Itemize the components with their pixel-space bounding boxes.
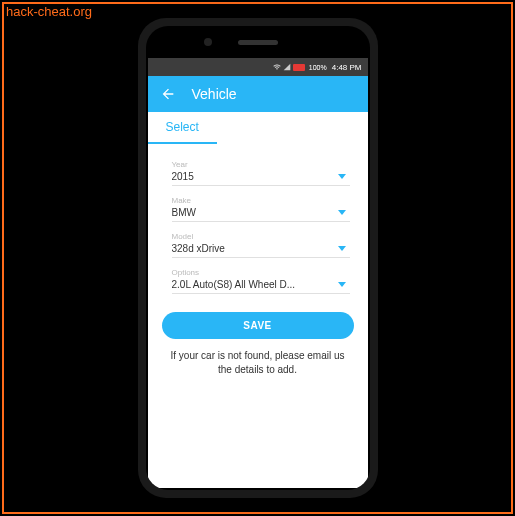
battery-percent: 100% bbox=[309, 64, 327, 71]
tab-select[interactable]: Select bbox=[148, 112, 217, 144]
phone-screen: 100% 4:48 PM Vehicle Select Year bbox=[148, 58, 368, 488]
model-value: 328d xDrive bbox=[172, 243, 338, 254]
back-arrow-icon[interactable] bbox=[160, 86, 176, 102]
battery-icon bbox=[293, 64, 305, 71]
page-title: Vehicle bbox=[192, 86, 237, 102]
dropdown-icon bbox=[338, 282, 346, 287]
status-icons: 100% 4:48 PM bbox=[273, 63, 362, 72]
make-field[interactable]: Make BMW bbox=[172, 196, 350, 222]
phone-speaker bbox=[238, 40, 278, 45]
wifi-icon bbox=[273, 63, 281, 71]
model-label: Model bbox=[172, 232, 350, 241]
status-bar: 100% 4:48 PM bbox=[148, 58, 368, 76]
make-label: Make bbox=[172, 196, 350, 205]
save-button[interactable]: SAVE bbox=[162, 312, 354, 339]
content-area: Select Year 2015 Make bbox=[148, 112, 368, 377]
phone-camera bbox=[204, 38, 212, 46]
options-value: 2.0L Auto(S8) All Wheel D... bbox=[172, 279, 338, 290]
signal-icon bbox=[283, 63, 291, 71]
watermark-text: hack-cheat.org bbox=[6, 4, 92, 19]
year-label: Year bbox=[172, 160, 350, 169]
year-field[interactable]: Year 2015 bbox=[172, 160, 350, 186]
make-value: BMW bbox=[172, 207, 338, 218]
dropdown-icon bbox=[338, 210, 346, 215]
status-time: 4:48 PM bbox=[332, 63, 362, 72]
dropdown-icon bbox=[338, 174, 346, 179]
app-bar: Vehicle bbox=[148, 76, 368, 112]
phone-frame: 100% 4:48 PM Vehicle Select Year bbox=[138, 18, 378, 498]
vehicle-form: Year 2015 Make BMW bbox=[162, 152, 354, 302]
footer-help-text: If your car is not found, please email u… bbox=[166, 349, 350, 377]
model-field[interactable]: Model 328d xDrive bbox=[172, 232, 350, 258]
phone-inner: 100% 4:48 PM Vehicle Select Year bbox=[146, 26, 370, 490]
year-value: 2015 bbox=[172, 171, 338, 182]
options-label: Options bbox=[172, 268, 350, 277]
dropdown-icon bbox=[338, 246, 346, 251]
options-field[interactable]: Options 2.0L Auto(S8) All Wheel D... bbox=[172, 268, 350, 294]
